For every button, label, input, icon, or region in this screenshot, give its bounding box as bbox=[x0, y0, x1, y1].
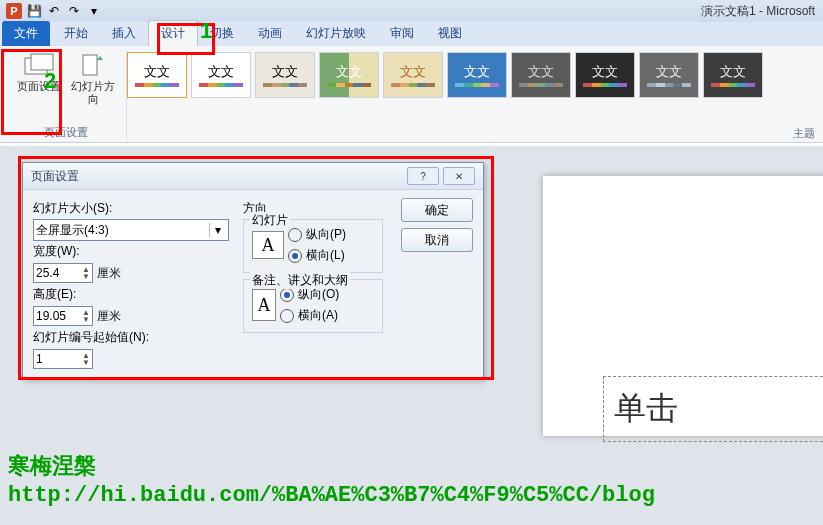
group-label-page-setup: 页面设置 bbox=[44, 125, 88, 142]
page-setup-dialog: 页面设置 ? ✕ 幻灯片大小(S): 全屏显示(4:3) ▾ 宽度(W): 25… bbox=[22, 162, 484, 379]
spinner-icon[interactable]: ▲▼ bbox=[82, 266, 90, 280]
theme-thumb[interactable]: 文文 bbox=[447, 52, 507, 98]
width-label: 宽度(W): bbox=[33, 243, 233, 260]
notes-landscape-radio[interactable]: 横向(A) bbox=[280, 307, 339, 324]
undo-icon[interactable]: ↶ bbox=[45, 2, 63, 20]
tab-insert[interactable]: 插入 bbox=[100, 21, 148, 46]
width-input[interactable]: 25.4▲▼ bbox=[33, 263, 93, 283]
slides-orientation-group: 幻灯片 A 纵向(P) 横向(L) bbox=[243, 219, 383, 273]
number-from-input[interactable]: 1▲▼ bbox=[33, 349, 93, 369]
width-unit: 厘米 bbox=[97, 265, 121, 282]
theme-thumb[interactable]: 文文 bbox=[319, 52, 379, 98]
portrait-icon: A bbox=[252, 289, 276, 321]
redo-icon[interactable]: ↷ bbox=[65, 2, 83, 20]
tab-view[interactable]: 视图 bbox=[426, 21, 474, 46]
height-label: 高度(E): bbox=[33, 286, 233, 303]
slides-portrait-radio[interactable]: 纵向(P) bbox=[288, 226, 346, 243]
title-placeholder[interactable]: 单击 bbox=[603, 376, 823, 442]
slide-size-combo[interactable]: 全屏显示(4:3) ▾ bbox=[33, 219, 229, 241]
landscape-icon: A bbox=[252, 231, 284, 259]
group-label-themes: 主题 bbox=[793, 126, 815, 141]
height-input[interactable]: 19.05▲▼ bbox=[33, 306, 93, 326]
tab-file[interactable]: 文件 bbox=[2, 21, 50, 46]
annotation-1: 1 bbox=[200, 18, 212, 44]
theme-thumb[interactable]: 文文 bbox=[383, 52, 443, 98]
watermark: 寒梅涅槃 http://hi.baidu.com/%BA%AE%C3%B7%C4… bbox=[8, 451, 655, 511]
spinner-icon[interactable]: ▲▼ bbox=[82, 352, 90, 366]
dialog-title: 页面设置 bbox=[31, 168, 79, 185]
page-setup-button[interactable]: 页面设置 bbox=[12, 50, 66, 108]
slides-landscape-radio[interactable]: 横向(L) bbox=[288, 247, 346, 264]
window-title: 演示文稿1 - Microsoft bbox=[701, 3, 815, 20]
theme-thumb[interactable]: 文文 bbox=[511, 52, 571, 98]
tab-slideshow[interactable]: 幻灯片放映 bbox=[294, 21, 378, 46]
annotation-2: 2 bbox=[44, 68, 56, 94]
ok-button[interactable]: 确定 bbox=[401, 198, 473, 222]
close-button[interactable]: ✕ bbox=[443, 167, 475, 185]
save-icon[interactable]: 💾 bbox=[25, 2, 43, 20]
help-button[interactable]: ? bbox=[407, 167, 439, 185]
slide-size-label: 幻灯片大小(S): bbox=[33, 200, 233, 217]
number-from-label: 幻灯片编号起始值(N): bbox=[33, 329, 233, 346]
qat-dropdown-icon[interactable]: ▾ bbox=[85, 2, 103, 20]
svg-rect-2 bbox=[83, 55, 97, 75]
slide-orientation-button[interactable]: 幻灯片方向 bbox=[66, 50, 120, 108]
theme-thumb[interactable]: 文文 bbox=[127, 52, 187, 98]
app-icon[interactable]: P bbox=[5, 2, 23, 20]
cancel-button[interactable]: 取消 bbox=[401, 228, 473, 252]
height-unit: 厘米 bbox=[97, 308, 121, 325]
themes-gallery: 文文 文文 文文 文文 文文 文文 文文 文文 文文 文文 bbox=[127, 50, 763, 142]
theme-thumb[interactable]: 文文 bbox=[191, 52, 251, 98]
dialog-titlebar: 页面设置 ? ✕ bbox=[23, 163, 483, 190]
tab-review[interactable]: 审阅 bbox=[378, 21, 426, 46]
ribbon: 页面设置 幻灯片方向 页面设置 文文 文文 文文 文文 文文 文文 文文 文文 … bbox=[0, 46, 823, 143]
theme-thumb[interactable]: 文文 bbox=[575, 52, 635, 98]
tab-home[interactable]: 开始 bbox=[52, 21, 100, 46]
orientation-icon bbox=[77, 52, 109, 78]
notes-orientation-group: 备注、讲义和大纲 A 纵向(O) 横向(A) bbox=[243, 279, 383, 333]
title-bar: P 💾 ↶ ↷ ▾ 演示文稿1 - Microsoft bbox=[0, 0, 823, 22]
theme-thumb[interactable]: 文文 bbox=[255, 52, 315, 98]
group-page-setup: 页面设置 幻灯片方向 页面设置 bbox=[6, 50, 127, 142]
theme-thumb[interactable]: 文文 bbox=[703, 52, 763, 98]
spinner-icon[interactable]: ▲▼ bbox=[82, 309, 90, 323]
theme-thumb[interactable]: 文文 bbox=[639, 52, 699, 98]
tab-design[interactable]: 设计 bbox=[148, 20, 198, 46]
tab-animations[interactable]: 动画 bbox=[246, 21, 294, 46]
ribbon-tabs: 文件 开始 插入 设计 切换 动画 幻灯片放映 审阅 视图 bbox=[0, 22, 823, 46]
slide-preview[interactable]: 单击 bbox=[543, 176, 823, 436]
chevron-down-icon: ▾ bbox=[209, 223, 226, 237]
